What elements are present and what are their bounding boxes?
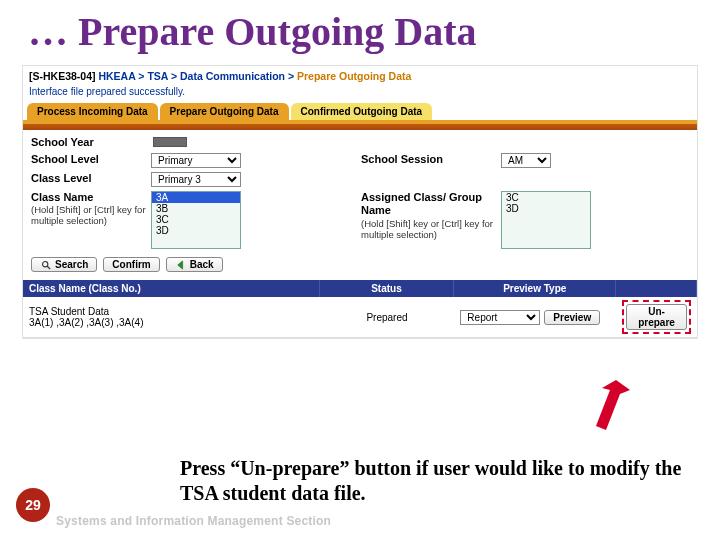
- redacted-year: [153, 137, 187, 147]
- tab-prepare-outgoing[interactable]: Prepare Outgoing Data: [160, 103, 289, 120]
- unprepare-highlight: Un-prepare: [622, 300, 691, 334]
- slide-caption: Press “Un-prepare” button if user would …: [180, 456, 690, 506]
- class-name-label: Class Name: [31, 191, 151, 204]
- preview-type-select[interactable]: Report: [460, 310, 540, 325]
- page-number-badge: 29: [16, 488, 50, 522]
- assigned-class-hint: (Hold [Shift] key or [Ctrl] key for mult…: [361, 218, 501, 240]
- confirm-button[interactable]: Confirm: [103, 257, 159, 272]
- app-screenshot: [S-HKE38-04] HKEAA > TSA > Data Communic…: [22, 65, 698, 339]
- school-year-label: School Year: [31, 136, 151, 149]
- filter-form: School Year School Level Primary School …: [23, 130, 697, 253]
- cell-class-name: TSA Student Data 3A(1) ,3A(2) ,3A(3) ,3A…: [23, 303, 320, 331]
- school-session-label: School Session: [361, 153, 501, 166]
- tab-bar: Process Incoming Data Prepare Outgoing D…: [23, 103, 697, 120]
- school-level-label: School Level: [31, 153, 151, 166]
- action-row: Search Confirm Back: [23, 253, 697, 276]
- svg-marker-3: [596, 380, 630, 430]
- col-actions: [616, 280, 697, 297]
- slide-title: … Prepare Outgoing Data: [0, 0, 720, 59]
- list-item[interactable]: 3B: [152, 203, 240, 214]
- class-name-listbox[interactable]: 3A 3B 3C 3D: [151, 191, 241, 249]
- school-session-select[interactable]: AM: [501, 153, 551, 168]
- breadcrumb-sep: >: [288, 70, 297, 82]
- breadcrumb-tsa[interactable]: TSA: [147, 70, 168, 82]
- col-preview-type: Preview Type: [454, 280, 616, 297]
- breadcrumb: [S-HKE38-04] HKEAA > TSA > Data Communic…: [23, 66, 697, 84]
- back-button-label: Back: [190, 259, 214, 270]
- callout-arrow-icon: [576, 378, 636, 438]
- breadcrumb-current: Prepare Outgoing Data: [297, 70, 411, 82]
- list-item[interactable]: 3C: [502, 192, 590, 203]
- class-level-select[interactable]: Primary 3: [151, 172, 241, 187]
- svg-line-1: [47, 266, 50, 269]
- class-level-label: Class Level: [31, 172, 151, 185]
- back-button[interactable]: Back: [166, 257, 223, 272]
- list-item[interactable]: 3A: [152, 192, 240, 203]
- table-row: TSA Student Data 3A(1) ,3A(2) ,3A(3) ,3A…: [23, 297, 697, 338]
- list-item[interactable]: 3C: [152, 214, 240, 225]
- cell-preview: Report Preview: [454, 307, 616, 328]
- school-level-select[interactable]: Primary: [151, 153, 241, 168]
- search-button[interactable]: Search: [31, 257, 97, 272]
- cell-status: Prepared: [320, 309, 455, 326]
- screen-code: [S-HKE38-04]: [29, 70, 96, 82]
- list-item[interactable]: 3D: [502, 203, 590, 214]
- tab-process-incoming[interactable]: Process Incoming Data: [27, 103, 158, 120]
- svg-point-0: [43, 261, 48, 266]
- unprepare-button[interactable]: Un-prepare: [626, 304, 687, 330]
- confirm-button-label: Confirm: [112, 259, 150, 270]
- svg-marker-2: [177, 261, 182, 269]
- col-status: Status: [320, 280, 455, 297]
- search-button-label: Search: [55, 259, 88, 270]
- row-detail: 3A(1) ,3A(2) ,3A(3) ,3A(4): [29, 317, 314, 328]
- col-class-name: Class Name (Class No.): [23, 280, 320, 297]
- search-icon: [40, 260, 52, 270]
- status-message: Interface file prepared successfully.: [23, 84, 697, 103]
- back-arrow-icon: [175, 260, 187, 270]
- footer-text: Systems and Information Management Secti…: [56, 514, 331, 528]
- list-item[interactable]: 3D: [152, 225, 240, 236]
- breadcrumb-hkeaa[interactable]: HKEAA: [98, 70, 135, 82]
- class-name-hint: (Hold [Shift] or [Ctrl] key for multiple…: [31, 204, 151, 226]
- preview-button[interactable]: Preview: [544, 310, 600, 325]
- breadcrumb-datacomm[interactable]: Data Communication: [180, 70, 285, 82]
- assigned-class-label: Assigned Class/ Group Name: [361, 191, 501, 217]
- assigned-class-listbox[interactable]: 3C 3D: [501, 191, 591, 249]
- result-grid-header: Class Name (Class No.) Status Preview Ty…: [23, 280, 697, 297]
- tab-confirmed-outgoing[interactable]: Confirmed Outgoing Data: [291, 103, 433, 120]
- cell-unprepare: Un-prepare: [616, 297, 697, 337]
- school-year-value: [151, 136, 361, 147]
- breadcrumb-sep: >: [171, 70, 180, 82]
- row-title: TSA Student Data: [29, 306, 314, 317]
